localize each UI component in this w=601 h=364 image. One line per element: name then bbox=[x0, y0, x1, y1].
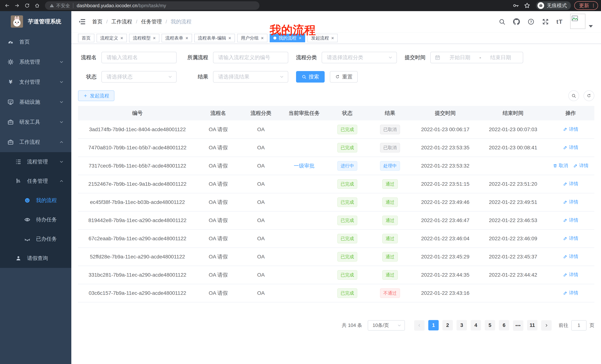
tab-close-icon[interactable]: × bbox=[331, 36, 334, 40]
process-definition-input[interactable] bbox=[213, 52, 288, 63]
face-icon bbox=[24, 197, 30, 203]
browser-forward-button[interactable] bbox=[13, 1, 21, 10]
page-button-1[interactable]: 1 bbox=[428, 320, 439, 330]
header-search-icon[interactable] bbox=[499, 18, 506, 25]
column-header: 流程名 bbox=[197, 106, 240, 120]
tab-home[interactable]: 首页 bbox=[78, 34, 94, 42]
column-header: 操作 bbox=[547, 106, 594, 120]
detail-action-link[interactable]: 详情 bbox=[563, 253, 578, 259]
sidebar-item-done-task[interactable]: 已办任务 bbox=[0, 229, 71, 249]
detail-action-link[interactable]: 详情 bbox=[573, 163, 589, 169]
help-icon[interactable]: ? bbox=[527, 18, 534, 25]
show-search-toggle-button[interactable] bbox=[568, 90, 579, 101]
fullscreen-icon[interactable] bbox=[542, 18, 549, 25]
sidebar-collapse-icon[interactable] bbox=[78, 18, 86, 26]
tree-icon bbox=[15, 159, 21, 165]
detail-action-link[interactable]: 详情 bbox=[563, 217, 578, 223]
category-select[interactable]: 请选择流程分类 bbox=[322, 52, 397, 63]
breadcrumb-item[interactable]: 首页 bbox=[92, 18, 102, 25]
tab-process-form[interactable]: 流程表单× bbox=[161, 34, 192, 42]
sidebar-item-system[interactable]: 系统管理 bbox=[0, 52, 71, 72]
page-button-5[interactable]: 5 bbox=[485, 320, 495, 330]
next-page-button[interactable] bbox=[541, 320, 551, 331]
cell-status: 已完成 bbox=[326, 175, 369, 193]
tab-close-icon[interactable]: × bbox=[261, 36, 264, 40]
bookmark-star-icon[interactable] bbox=[523, 2, 531, 9]
page-button-4[interactable]: 4 bbox=[471, 320, 481, 330]
refresh-table-button[interactable] bbox=[583, 90, 594, 101]
prev-page-button[interactable] bbox=[414, 320, 425, 331]
font-size-icon[interactable]: tT bbox=[556, 18, 563, 25]
sidebar-item-todo-task[interactable]: 待办任务 bbox=[0, 210, 71, 229]
detail-action-link[interactable]: 详情 bbox=[563, 144, 578, 151]
cell-result: 已取消 bbox=[369, 120, 411, 139]
sidebar-item-label: 系统管理 bbox=[19, 58, 59, 66]
sidebar-item-home[interactable]: 首页 bbox=[0, 32, 71, 52]
cell-end-time: 2022-01-22 23:46:09 bbox=[479, 230, 547, 248]
cell-result: 通过 bbox=[369, 193, 411, 211]
tab-process-model[interactable]: 流程模型× bbox=[129, 34, 159, 42]
breadcrumb-item[interactable]: 任务管理 bbox=[141, 18, 162, 25]
page-button-11[interactable]: 11 bbox=[527, 320, 538, 330]
sidebar-item-label: 支付管理 bbox=[19, 78, 59, 86]
sidebar-item-infra[interactable]: 基础设施 bbox=[0, 92, 71, 112]
action-label: 详情 bbox=[569, 144, 578, 151]
reset-button[interactable]: 重置 bbox=[330, 71, 358, 83]
tab-user-group[interactable]: 用户分组× bbox=[237, 34, 267, 42]
jump-page-input[interactable] bbox=[571, 320, 587, 331]
browser-back-button[interactable] bbox=[3, 1, 11, 10]
tab-close-icon[interactable]: × bbox=[120, 36, 123, 40]
chevron-down-icon bbox=[279, 74, 284, 79]
search-button[interactable]: 搜索 bbox=[296, 71, 325, 83]
browser-home-button[interactable] bbox=[33, 1, 41, 10]
detail-action-link[interactable]: 详情 bbox=[563, 290, 578, 296]
page-button-6[interactable]: 6 bbox=[499, 320, 509, 330]
start-process-button[interactable]: 发起流程 bbox=[78, 90, 114, 101]
tab-close-icon[interactable]: × bbox=[153, 36, 156, 40]
user-avatar-menu[interactable] bbox=[570, 14, 594, 30]
sidebar-item-process-mgmt[interactable]: 流程管理 bbox=[0, 152, 71, 172]
current-task-link[interactable]: 一级审批 bbox=[294, 163, 315, 169]
start-process-label: 发起流程 bbox=[90, 93, 109, 99]
github-icon[interactable] bbox=[513, 18, 520, 25]
incognito-icon bbox=[538, 2, 544, 9]
cell-process-id: 819442e8-7b9a-11ec-a290-acde48001122 bbox=[78, 211, 197, 230]
cancel-action-link[interactable]: 取消 bbox=[553, 163, 568, 169]
browser-reload-button[interactable] bbox=[23, 1, 31, 10]
sidebar-item-devtools[interactable]: 研发工具 bbox=[0, 112, 71, 132]
cell-process-name: OA 请假 bbox=[197, 230, 240, 248]
sidebar-item-workflow[interactable]: 工作流程 bbox=[0, 132, 71, 152]
detail-action-link[interactable]: 详情 bbox=[563, 272, 578, 278]
address-bar[interactable]: 不安全 dashboard.yudao.iocoder.cn/bpm/task/… bbox=[45, 1, 260, 10]
tab-close-icon[interactable]: × bbox=[185, 36, 188, 40]
detail-action-link[interactable]: 详情 bbox=[563, 235, 578, 241]
result-select[interactable]: 请选择流结果 bbox=[213, 71, 288, 83]
refresh-icon bbox=[587, 93, 591, 98]
page-size-select[interactable]: 10条/页 bbox=[368, 320, 405, 331]
sidebar-item-leave-query[interactable]: 请假查询 bbox=[0, 249, 71, 268]
detail-action-link[interactable]: 详情 bbox=[563, 199, 578, 205]
detail-action-link[interactable]: 详情 bbox=[563, 181, 578, 187]
sidebar-item-task-mgmt[interactable]: 任务管理 bbox=[0, 172, 71, 191]
page-ellipsis-button[interactable]: ••• bbox=[513, 320, 523, 331]
date-range-picker[interactable]: 开始日期 - 结束日期 bbox=[430, 52, 523, 63]
sidebar-item-my-process[interactable]: 我的流程 bbox=[0, 191, 71, 210]
page-button-3[interactable]: 3 bbox=[457, 320, 467, 330]
cell-submit-time: 2022-01-22 23:45:29 bbox=[411, 248, 479, 266]
action-label: 详情 bbox=[579, 163, 589, 169]
browser-update-button[interactable]: 更新 bbox=[574, 1, 598, 10]
chevron-up-icon bbox=[59, 140, 64, 144]
app-logo-row[interactable]: 芋道管理系统 bbox=[0, 11, 71, 32]
browser-menu-icon[interactable] bbox=[591, 3, 596, 8]
sidebar-item-payment[interactable]: ¥支付管理 bbox=[0, 72, 71, 92]
password-key-icon[interactable] bbox=[512, 2, 520, 9]
tab-process-definition[interactable]: 流程定义× bbox=[97, 34, 127, 42]
tab-process-form-edit[interactable]: 流程表单-编辑× bbox=[194, 34, 235, 42]
detail-action-link[interactable]: 详情 bbox=[563, 126, 578, 132]
process-name-input[interactable] bbox=[101, 52, 177, 63]
status-select[interactable]: 请选择状态 bbox=[101, 71, 177, 83]
breadcrumb-item[interactable]: 工作流程 bbox=[111, 18, 132, 25]
reset-button-label: 重置 bbox=[342, 73, 352, 80]
page-button-2[interactable]: 2 bbox=[442, 320, 453, 330]
tab-close-icon[interactable]: × bbox=[229, 36, 231, 40]
